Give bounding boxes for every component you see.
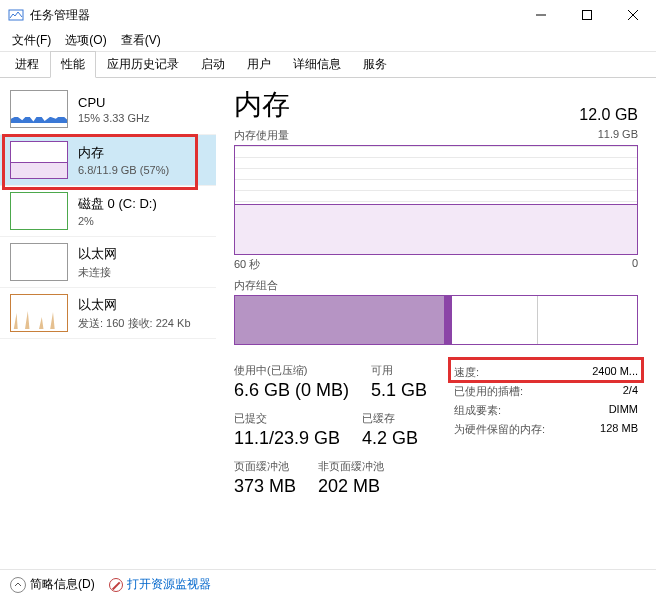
menu-options[interactable]: 选项(O) [59, 30, 112, 51]
stats-left: 使用中(已压缩) 6.6 GB (0 MB) 可用 5.1 GB 已提交 11.… [234, 363, 454, 507]
disk-thumbnail [10, 192, 68, 230]
stat-available: 可用 5.1 GB [371, 363, 427, 401]
stat-nonpaged: 非页面缓冲池 202 MB [318, 459, 384, 497]
chevron-up-icon [10, 577, 26, 593]
sidebar-text: 以太网 未连接 [78, 245, 117, 280]
stat-value: 4.2 GB [362, 428, 418, 449]
stats-right: 速度: 2400 M... 已使用的插槽: 2/4 组成要素: DIMM 为硬件… [454, 363, 638, 507]
composition-in-use [235, 296, 444, 344]
tab-performance[interactable]: 性能 [50, 51, 96, 78]
sidebar-item-cpu[interactable]: CPU 15% 3.33 GHz [0, 84, 216, 135]
info-key: 为硬件保留的内存: [454, 422, 545, 437]
stat-in-use: 使用中(已压缩) 6.6 GB (0 MB) [234, 363, 349, 401]
sidebar-text: 磁盘 0 (C: D:) 2% [78, 195, 157, 227]
sidebar-item-sub: 发送: 160 接收: 224 Kb [78, 316, 191, 331]
sidebar-item-title: 磁盘 0 (C: D:) [78, 195, 157, 213]
menu-view[interactable]: 查看(V) [115, 30, 167, 51]
stat-cached: 已缓存 4.2 GB [362, 411, 418, 449]
svg-rect-2 [583, 11, 592, 20]
stat-paged: 页面缓冲池 373 MB [234, 459, 296, 497]
content: CPU 15% 3.33 GHz 内存 6.8/11.9 GB (57%) 磁盘… [0, 78, 656, 568]
main-header: 内存 12.0 GB [234, 86, 638, 124]
page-title: 内存 [234, 86, 290, 124]
titlebar: 任务管理器 [0, 0, 656, 30]
stat-row: 使用中(已压缩) 6.6 GB (0 MB) 可用 5.1 GB [234, 363, 454, 411]
graph-time-left: 60 秒 [234, 257, 260, 272]
minimize-button[interactable] [518, 0, 564, 30]
tab-details[interactable]: 详细信息 [282, 51, 352, 78]
info-key: 组成要素: [454, 403, 501, 418]
stat-value: 11.1/23.9 GB [234, 428, 340, 449]
info-key: 已使用的插槽: [454, 384, 523, 399]
info-value: 2400 M... [592, 365, 638, 380]
stat-label: 已提交 [234, 411, 340, 426]
info-value: 2/4 [623, 384, 638, 399]
sidebar-text: 以太网 发送: 160 接收: 224 Kb [78, 296, 191, 331]
info-value: 128 MB [600, 422, 638, 437]
cpu-thumbnail [10, 90, 68, 128]
menu-file[interactable]: 文件(F) [6, 30, 57, 51]
tabs: 进程 性能 应用历史记录 启动 用户 详细信息 服务 [0, 52, 656, 78]
graph-time-right: 0 [632, 257, 638, 272]
resource-monitor-button[interactable]: 打开资源监视器 [109, 576, 211, 593]
info-reserved: 为硬件保留的内存: 128 MB [454, 420, 638, 439]
usage-graph-label: 内存使用量 [234, 128, 289, 143]
graph-fill [235, 204, 637, 254]
stat-label: 使用中(已压缩) [234, 363, 349, 378]
composition-divider [537, 296, 538, 344]
sidebar-item-title: CPU [78, 95, 150, 110]
close-button[interactable] [610, 0, 656, 30]
fewer-details-label: 简略信息(D) [30, 576, 95, 593]
stat-label: 页面缓冲池 [234, 459, 296, 474]
stat-value: 373 MB [234, 476, 296, 497]
memory-usage-graph[interactable] [234, 145, 638, 255]
stat-label: 非页面缓冲池 [318, 459, 384, 474]
info-key: 速度: [454, 365, 479, 380]
stat-value: 6.6 GB (0 MB) [234, 380, 349, 401]
stat-row: 已提交 11.1/23.9 GB 已缓存 4.2 GB [234, 411, 454, 459]
memory-thumbnail [10, 141, 68, 179]
stat-value: 202 MB [318, 476, 384, 497]
composition-label-row: 内存组合 [234, 278, 638, 293]
stat-committed: 已提交 11.1/23.9 GB [234, 411, 340, 449]
main-panel: 内存 12.0 GB 内存使用量 11.9 GB 60 秒 0 内存组合 [216, 78, 656, 568]
stat-label: 可用 [371, 363, 427, 378]
info-slots: 已使用的插槽: 2/4 [454, 382, 638, 401]
composition-modified [444, 296, 452, 344]
sidebar-item-sub: 6.8/11.9 GB (57%) [78, 164, 169, 176]
resource-monitor-icon [109, 578, 123, 592]
fewer-details-button[interactable]: 简略信息(D) [10, 576, 95, 593]
sidebar-item-disk[interactable]: 磁盘 0 (C: D:) 2% [0, 186, 216, 237]
info-value: DIMM [609, 403, 638, 418]
sidebar-item-title: 以太网 [78, 296, 191, 314]
stats: 使用中(已压缩) 6.6 GB (0 MB) 可用 5.1 GB 已提交 11.… [234, 363, 638, 507]
maximize-button[interactable] [564, 0, 610, 30]
tab-processes[interactable]: 进程 [4, 51, 50, 78]
info-form: 组成要素: DIMM [454, 401, 638, 420]
sidebar-item-ethernet-2[interactable]: 以太网 发送: 160 接收: 224 Kb [0, 288, 216, 339]
memory-composition-graph[interactable] [234, 295, 638, 345]
app-icon [8, 7, 24, 23]
usage-graph-max: 11.9 GB [598, 128, 638, 143]
sidebar-item-sub: 2% [78, 215, 157, 227]
sidebar-item-sub: 未连接 [78, 265, 117, 280]
info-speed: 速度: 2400 M... [454, 363, 638, 382]
composition-label: 内存组合 [234, 278, 278, 293]
sidebar-item-ethernet-1[interactable]: 以太网 未连接 [0, 237, 216, 288]
graph-label-row: 内存使用量 11.9 GB [234, 128, 638, 143]
window-title: 任务管理器 [30, 7, 518, 24]
sidebar: CPU 15% 3.33 GHz 内存 6.8/11.9 GB (57%) 磁盘… [0, 78, 216, 568]
tab-services[interactable]: 服务 [352, 51, 398, 78]
sidebar-item-title: 内存 [78, 144, 169, 162]
tab-app-history[interactable]: 应用历史记录 [96, 51, 190, 78]
memory-capacity: 12.0 GB [579, 106, 638, 124]
tab-users[interactable]: 用户 [236, 51, 282, 78]
sidebar-text: 内存 6.8/11.9 GB (57%) [78, 144, 169, 176]
tab-startup[interactable]: 启动 [190, 51, 236, 78]
ethernet-thumbnail [10, 294, 68, 332]
resource-monitor-label: 打开资源监视器 [127, 576, 211, 593]
footer: 简略信息(D) 打开资源监视器 [0, 569, 656, 599]
stat-row: 页面缓冲池 373 MB 非页面缓冲池 202 MB [234, 459, 454, 507]
sidebar-item-memory[interactable]: 内存 6.8/11.9 GB (57%) [0, 135, 216, 186]
sidebar-item-sub: 15% 3.33 GHz [78, 112, 150, 124]
